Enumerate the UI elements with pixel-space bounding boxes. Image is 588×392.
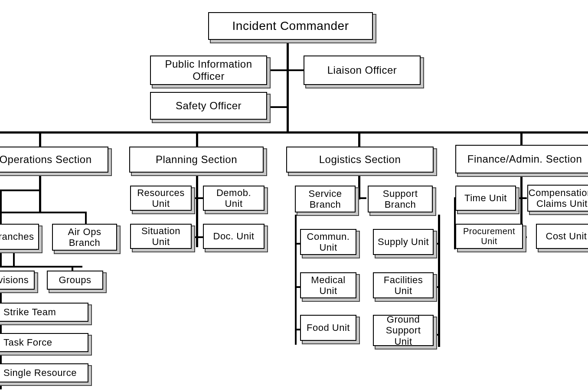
connector — [267, 106, 288, 108]
support-branch-box: Support Branch — [368, 186, 433, 212]
pio-box: Public Information Officer — [150, 56, 267, 85]
connector — [267, 69, 288, 71]
connector — [191, 197, 204, 199]
connector — [0, 131, 588, 134]
branches-box: Branches — [0, 224, 39, 250]
divisions-box: Divisions — [0, 271, 35, 290]
connector — [438, 215, 440, 347]
connector — [520, 131, 523, 147]
connector — [358, 131, 360, 147]
time-unit-box: Time Unit — [455, 186, 516, 211]
connector — [196, 131, 198, 147]
finance-section-box: Finance/Admin. Section — [455, 145, 588, 173]
cost-unit-box: Cost Unit — [536, 224, 588, 249]
connector — [85, 212, 87, 225]
supply-unit-box: Supply Unit — [373, 229, 434, 255]
connector — [191, 236, 204, 238]
connector — [0, 266, 82, 268]
planning-section-box: Planning Section — [129, 147, 264, 173]
logistics-section-box: Logistics Section — [286, 147, 434, 173]
single-resource-box: Single Resource — [0, 363, 88, 382]
connector — [39, 131, 41, 147]
air-ops-box: Air Ops Branch — [52, 224, 117, 251]
liaison-box: Liaison Officer — [304, 56, 421, 85]
incident-commander-box: Incident Commander — [208, 12, 373, 40]
ground-support-unit-box: Ground Support Unit — [373, 315, 434, 346]
service-branch-box: Service Branch — [295, 186, 356, 212]
connector — [287, 40, 289, 133]
strike-team-box: Strike Team — [0, 303, 88, 322]
groups-box: Groups — [47, 271, 103, 290]
safety-box: Safety Officer — [150, 92, 267, 120]
comp-claims-unit-box: Compensation/ Claims Unit — [527, 185, 588, 212]
commun-unit-box: Commun. Unit — [300, 229, 356, 255]
operations-section-box: Operations Section — [0, 147, 108, 173]
demob-unit-box: Demob. Unit — [203, 186, 265, 211]
connector — [13, 252, 15, 267]
connector — [295, 215, 297, 345]
connector — [358, 173, 360, 199]
food-unit-box: Food Unit — [300, 315, 356, 341]
org-chart: Incident Commander Public Information Of… — [0, 0, 588, 392]
connector — [39, 173, 41, 212]
connector — [0, 212, 87, 213]
task-force-box: Task Force — [0, 333, 88, 352]
facilities-unit-box: Facilities Unit — [373, 272, 434, 298]
doc-unit-box: Doc. Unit — [203, 224, 265, 249]
situation-unit-box: Situation Unit — [130, 224, 192, 249]
medical-unit-box: Medical Unit — [300, 272, 356, 298]
procurement-unit-box: Procurement Unit — [455, 224, 523, 249]
connector — [0, 189, 41, 191]
resources-unit-box: Resources Unit — [130, 186, 192, 211]
